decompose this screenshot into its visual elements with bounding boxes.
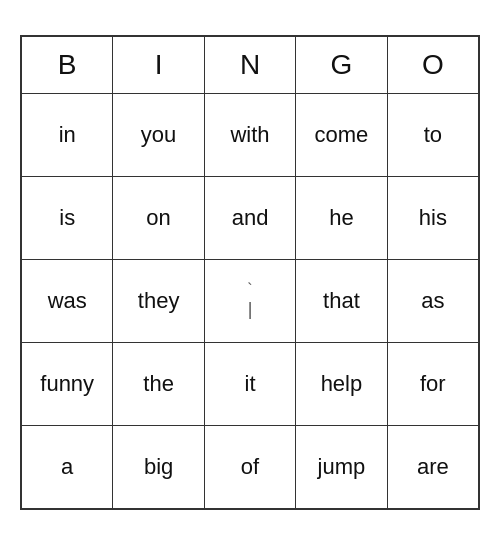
header-n: N [205, 37, 296, 93]
cell-5-5: are [388, 426, 478, 508]
cell-2-5: his [388, 177, 478, 259]
header-g: G [296, 37, 387, 93]
cell-5-4: jump [296, 426, 387, 508]
header-b: B [22, 37, 113, 93]
cell-3-3-free: ` | [205, 260, 296, 342]
row-2: is on and he his [22, 177, 478, 260]
cell-3-1: was [22, 260, 113, 342]
cell-1-3: with [205, 94, 296, 176]
cell-4-1: funny [22, 343, 113, 425]
cell-4-3: it [205, 343, 296, 425]
header-i: I [113, 37, 204, 93]
cell-4-5: for [388, 343, 478, 425]
cell-4-2: the [113, 343, 204, 425]
cell-3-2: they [113, 260, 204, 342]
header-o: O [388, 37, 478, 93]
cell-5-2: big [113, 426, 204, 508]
cell-1-5: to [388, 94, 478, 176]
cell-4-4: help [296, 343, 387, 425]
row-5: a big of jump are [22, 426, 478, 508]
cell-1-4: come [296, 94, 387, 176]
header-row: B I N G O [22, 37, 478, 94]
cell-2-4: he [296, 177, 387, 259]
cell-2-3: and [205, 177, 296, 259]
cell-3-5: as [388, 260, 478, 342]
cell-1-2: you [113, 94, 204, 176]
row-1: in you with come to [22, 94, 478, 177]
cell-3-4: that [296, 260, 387, 342]
cell-2-1: is [22, 177, 113, 259]
row-3: was they ` | that as [22, 260, 478, 343]
free-space-cursor: | [248, 299, 253, 320]
cell-5-1: a [22, 426, 113, 508]
cell-1-1: in [22, 94, 113, 176]
bingo-card: B I N G O in you with come to is on and … [20, 35, 480, 510]
cell-5-3: of [205, 426, 296, 508]
cell-2-2: on [113, 177, 204, 259]
free-space-backtick: ` [247, 281, 252, 299]
row-4: funny the it help for [22, 343, 478, 426]
